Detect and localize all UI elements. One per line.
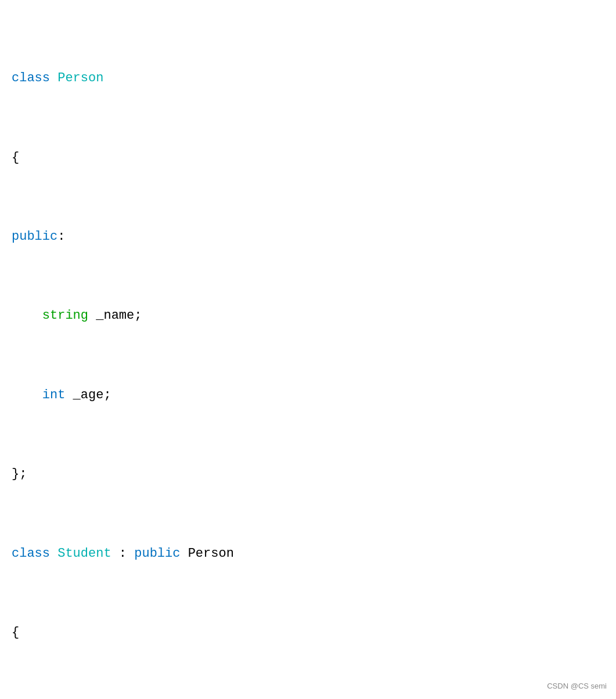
line-6: }; [12, 464, 604, 484]
watermark: CSDN @CS semi [547, 680, 607, 692]
line-7: class Student : public Person [12, 544, 604, 564]
keyword-class: class [12, 71, 57, 85]
line-4: string _name; [12, 306, 604, 326]
line-5: int _age; [12, 385, 604, 405]
line-3: public: [12, 227, 604, 247]
class-person: Person [57, 71, 103, 85]
line-2: { [12, 148, 604, 168]
code-container: class Person { public: string _name; int… [12, 9, 604, 699]
line-1: class Person [12, 69, 604, 88]
line-8: { [12, 623, 604, 643]
